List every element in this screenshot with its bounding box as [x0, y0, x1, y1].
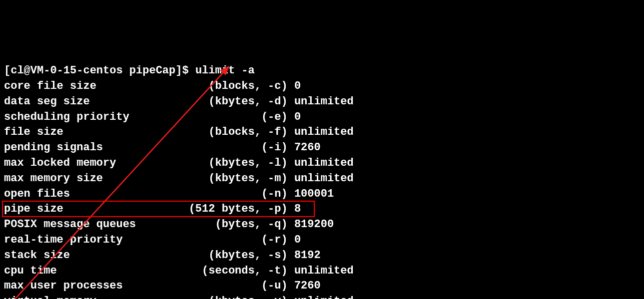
limit-name: virtual memory: [4, 295, 162, 299]
limit-value: unlimited: [294, 265, 354, 277]
limit-detail: (bytes, -q): [162, 218, 288, 231]
limit-value: unlimited: [294, 95, 354, 108]
ulimit-row: file size (blocks, -f) unlimited: [4, 125, 640, 140]
limit-value: unlimited: [294, 157, 354, 169]
ulimit-row: pending signals (-i) 7260: [4, 140, 640, 156]
limit-value: 0: [294, 80, 301, 92]
limit-name: max locked memory: [4, 157, 162, 169]
limit-detail: (-n): [162, 188, 288, 200]
ulimit-row: pipe size (512 bytes, -p) 8: [4, 202, 640, 217]
ulimit-row: open files (-n) 100001: [4, 187, 640, 202]
limit-detail: (-i): [162, 141, 288, 154]
limit-detail: (kbytes, -m): [162, 172, 288, 185]
limit-value: 0: [294, 234, 301, 246]
ulimit-row: cpu time (seconds, -t) unlimited: [4, 264, 640, 279]
limit-name: pending signals: [4, 141, 162, 154]
terminal-output: [cl@VM-0-15-centos pipeCap]$ ulimit -aco…: [4, 63, 640, 299]
ulimit-row: POSIX message queues (bytes, -q) 819200: [4, 217, 640, 233]
limit-name: open files: [4, 188, 162, 200]
limit-value: 8: [294, 203, 301, 215]
limit-value: 100001: [294, 188, 334, 200]
ulimit-row: stack size (kbytes, -s) 8192: [4, 248, 640, 264]
command-text: ulimit -a: [195, 64, 255, 77]
limit-detail: (-e): [162, 111, 288, 123]
limit-name: core file size: [4, 80, 162, 92]
ulimit-row: core file size (blocks, -c) 0: [4, 79, 640, 94]
ulimit-row: max locked memory (kbytes, -l) unlimited: [4, 156, 640, 171]
limit-detail: (kbytes, -l): [162, 157, 288, 169]
limit-detail: (512 bytes, -p): [162, 203, 288, 215]
limit-value: 8192: [294, 249, 321, 262]
limit-name: max user processes: [4, 280, 162, 292]
shell-prompt: [cl@VM-0-15-centos pipeCap]$: [4, 64, 195, 77]
limit-value: 0: [294, 111, 301, 123]
limit-value: 819200: [294, 218, 334, 231]
limit-name: scheduling priority: [4, 111, 162, 123]
limit-value: 7260: [294, 280, 321, 292]
limit-detail: (blocks, -c): [162, 80, 288, 92]
ulimit-row: max user processes (-u) 7260: [4, 279, 640, 294]
limit-value: unlimited: [294, 295, 354, 299]
limit-detail: (kbytes, -d): [162, 95, 288, 108]
limit-value: 7260: [294, 141, 321, 154]
limit-name: real-time priority: [4, 234, 162, 246]
ulimit-row: data seg size (kbytes, -d) unlimited: [4, 94, 640, 110]
prompt-line[interactable]: [cl@VM-0-15-centos pipeCap]$ ulimit -a: [4, 63, 640, 79]
ulimit-row: real-time priority (-r) 0: [4, 233, 640, 248]
limit-detail: (kbytes, -v): [162, 295, 288, 299]
limit-name: pipe size: [4, 203, 162, 215]
limit-name: POSIX message queues: [4, 218, 162, 231]
limit-detail: (blocks, -f): [162, 126, 288, 138]
limit-value: unlimited: [294, 126, 354, 138]
limit-name: file size: [4, 126, 162, 138]
limit-detail: (-r): [162, 234, 288, 246]
limit-detail: (-u): [162, 280, 288, 292]
limit-name: stack size: [4, 249, 162, 262]
limit-name: max memory size: [4, 172, 162, 185]
ulimit-row: virtual memory (kbytes, -v) unlimited: [4, 294, 640, 299]
limit-detail: (seconds, -t): [162, 265, 288, 277]
limit-name: data seg size: [4, 95, 162, 108]
limit-value: unlimited: [294, 172, 354, 185]
limit-name: cpu time: [4, 265, 162, 277]
limit-detail: (kbytes, -s): [162, 249, 288, 262]
ulimit-row: max memory size (kbytes, -m) unlimited: [4, 171, 640, 187]
ulimit-row: scheduling priority (-e) 0: [4, 110, 640, 125]
